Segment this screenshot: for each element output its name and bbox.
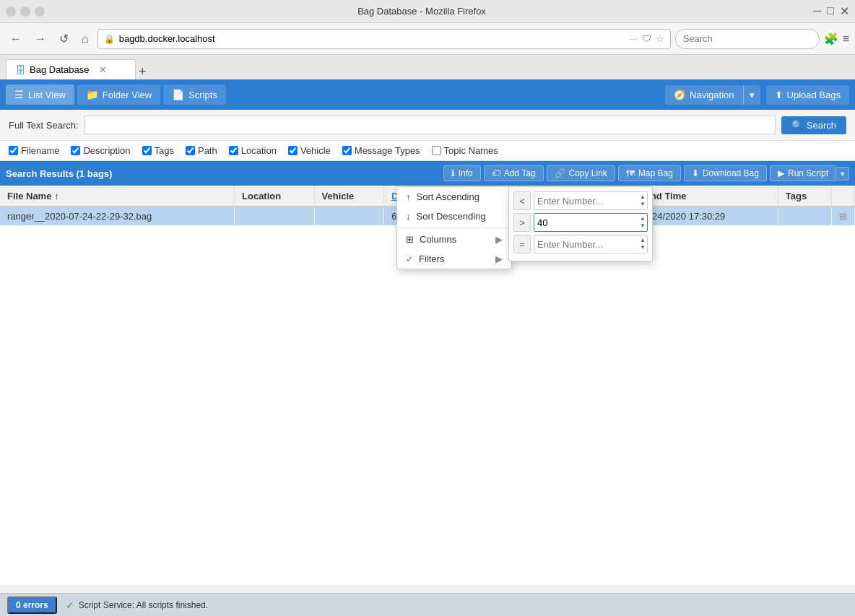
info-label: Info: [459, 168, 473, 178]
tab-bar: 🗄 Bag Database ✕ +: [0, 55, 855, 79]
col-vehicle-label: Vehicle: [322, 191, 355, 201]
col-end-time[interactable]: End Time: [637, 186, 778, 207]
filter-gt-down-arrow[interactable]: ▼: [639, 222, 646, 230]
filters-item[interactable]: ✓ Filters ▶: [397, 249, 511, 269]
status-message: ✓ Script Service: All scripts finished.: [66, 599, 208, 611]
sort-ascending-item[interactable]: ↑ Sort Ascending: [397, 187, 511, 207]
run-script-split: ▶ Run Script ▾: [770, 165, 849, 181]
run-script-label: Run Script: [788, 168, 828, 178]
close-window-button[interactable]: [35, 6, 45, 17]
refresh-button[interactable]: ↺: [55, 29, 73, 48]
folder-view-button[interactable]: 📁 Folder View: [77, 84, 160, 105]
maximize-button[interactable]: [20, 6, 30, 17]
map-bag-button[interactable]: 🗺 Map Bag: [618, 165, 681, 181]
filter-gt-up-arrow[interactable]: ▲: [639, 215, 646, 222]
add-tag-label: Add Tag: [504, 168, 536, 178]
copy-link-icon: 🔗: [555, 168, 565, 178]
filter-path[interactable]: Path: [186, 145, 217, 156]
scripts-label: Scripts: [188, 90, 217, 100]
run-script-button[interactable]: ▶ Run Script: [770, 165, 836, 181]
column-dropdown-menu: ↑ Sort Ascending ↓ Sort Descending ⊞ Col…: [396, 186, 512, 269]
filter-op-gt-button[interactable]: >: [513, 213, 531, 232]
browser-title: Bag Database - Mozilla Firefox: [52, 6, 791, 17]
menu-icon[interactable]: ≡: [843, 32, 849, 45]
filter-topic-names[interactable]: Topic Names: [432, 145, 498, 156]
columns-icon: ⊞: [406, 234, 414, 245]
minimize-button[interactable]: [6, 6, 16, 17]
filter-lt-down-arrow[interactable]: ▼: [639, 201, 646, 208]
cell-filename: ranger__2020-07-24-22-29-32.bag: [0, 207, 235, 225]
close-icon[interactable]: ✕: [840, 4, 849, 18]
address-input[interactable]: [119, 33, 625, 44]
browser-titlebar: Bag Database - Mozilla Firefox ─ □ ✕: [0, 0, 855, 23]
columns-label: Columns: [420, 234, 456, 245]
upload-bags-button[interactable]: ⬆ Upload Bags: [766, 85, 849, 105]
col-tags-label: Tags: [786, 191, 807, 201]
browser-search-input[interactable]: [675, 29, 820, 49]
filter-eq-down-arrow[interactable]: ▼: [639, 244, 646, 251]
filter-input-eq[interactable]: [534, 235, 648, 253]
upload-icon: ⬆: [775, 90, 783, 100]
bookmark-icon[interactable]: ☆: [656, 33, 664, 44]
back-button[interactable]: ←: [6, 30, 26, 48]
full-text-search-input[interactable]: [84, 116, 776, 134]
search-button[interactable]: 🔍 Search: [781, 116, 846, 134]
minimize-icon[interactable]: ─: [813, 4, 821, 18]
filter-lt-spinners: ▲ ▼: [639, 194, 646, 208]
results-toolbar: Search Results (1 bags) ℹ Info 🏷 Add Tag…: [0, 161, 855, 186]
filter-input-lt[interactable]: [534, 191, 648, 210]
sort-descending-item[interactable]: ↓ Sort Descending: [397, 207, 511, 226]
scripts-button[interactable]: 📄 Scripts: [163, 84, 226, 105]
home-button[interactable]: ⌂: [77, 30, 93, 48]
filter-tags[interactable]: Tags: [142, 145, 174, 156]
cell-vehicle: [314, 207, 384, 225]
new-tab-button[interactable]: +: [139, 64, 147, 79]
address-bar: 🔒 ··· 🛡 ☆: [97, 29, 671, 49]
col-filename[interactable]: File Name ↑: [0, 186, 235, 207]
sort-ascending-label: Sort Ascending: [417, 191, 479, 202]
upload-label: Upload Bags: [787, 90, 841, 100]
columns-arrow-icon: ▶: [495, 234, 503, 245]
app-header: ☰ List View 📁 Folder View 📄 Scripts 🧭 Na…: [0, 79, 855, 110]
filter-description[interactable]: Description: [71, 145, 130, 156]
maximize-icon[interactable]: □: [827, 4, 834, 18]
filter-location[interactable]: Location: [229, 145, 277, 156]
filter-lt-up-arrow[interactable]: ▲: [639, 194, 646, 201]
info-button[interactable]: ℹ Info: [443, 165, 481, 181]
more-icon: ···: [630, 33, 638, 44]
errors-badge[interactable]: 0 errors: [7, 597, 57, 614]
filter-eq-up-arrow[interactable]: ▲: [639, 237, 646, 244]
run-script-dropdown-button[interactable]: ▾: [836, 167, 849, 181]
columns-item[interactable]: ⊞ Columns ▶: [397, 230, 511, 249]
filter-op-eq-button[interactable]: =: [513, 235, 531, 253]
tab-close-button[interactable]: ✕: [99, 64, 107, 75]
filters-label: Filters: [419, 253, 444, 264]
browser-tab[interactable]: 🗄 Bag Database ✕: [6, 59, 136, 79]
col-location[interactable]: Location: [235, 186, 315, 207]
cell-location: [235, 207, 315, 225]
scripts-icon: 📄: [172, 89, 184, 100]
browser-toolbar: ← → ↺ ⌂ 🔒 ··· 🛡 ☆ 🧩 ≡: [0, 23, 855, 55]
navigation-button[interactable]: 🧭 Navigation: [665, 85, 742, 105]
forward-button[interactable]: →: [30, 30, 51, 48]
navigation-dropdown-button[interactable]: ▾: [743, 85, 760, 105]
copy-link-button[interactable]: 🔗 Copy Link: [547, 165, 615, 181]
filter-message-types[interactable]: Message Types: [342, 145, 420, 156]
col-tags[interactable]: Tags: [778, 186, 831, 207]
col-filename-label: File Name ↑: [7, 191, 59, 201]
col-vehicle[interactable]: Vehicle: [314, 186, 384, 207]
download-bag-button[interactable]: ⬇ Download Bag: [684, 165, 767, 181]
search-button-label: Search: [807, 120, 836, 131]
shield-icon: 🛡: [642, 33, 651, 44]
filter-row-gt: > ▲ ▼: [513, 213, 648, 232]
filter-input-gt[interactable]: [534, 213, 648, 232]
filter-vehicle[interactable]: Vehicle: [288, 145, 331, 156]
filter-op-lt-button[interactable]: <: [513, 191, 531, 210]
download-bag-icon: ⬇: [692, 168, 699, 178]
cell-row-action[interactable]: ⊞: [832, 207, 855, 225]
col-actions: [832, 186, 855, 207]
filter-filename[interactable]: Filename: [9, 145, 59, 156]
add-tag-button[interactable]: 🏷 Add Tag: [484, 165, 544, 181]
filter-gt-spinners: ▲ ▼: [639, 215, 646, 230]
list-view-button[interactable]: ☰ List View: [6, 84, 74, 105]
